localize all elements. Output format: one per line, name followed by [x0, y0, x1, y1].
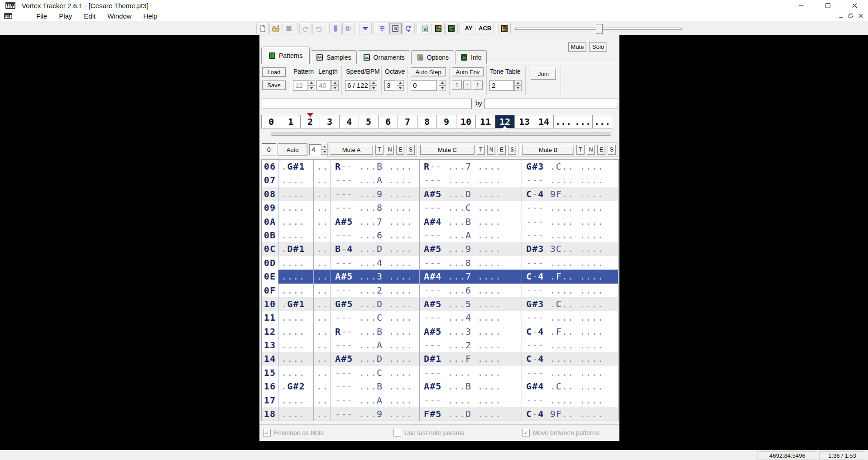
- tab-info[interactable]: In Info: [455, 50, 487, 64]
- position-cell-4[interactable]: 4: [339, 115, 359, 128]
- envelope-cell[interactable]: ....: [278, 256, 314, 270]
- pattern-row-15[interactable]: 15......--- ...C ....--- .... ....--- ..…: [262, 366, 618, 379]
- noise-cell[interactable]: ..: [314, 379, 331, 393]
- redo-button[interactable]: [312, 23, 325, 34]
- checkbox-box[interactable]: ✓: [263, 429, 271, 436]
- pattern-row-06[interactable]: 06.G#1..R-- ...B ....R-- ...7 ....G#3 .C…: [262, 160, 618, 173]
- mute-channel-b-button[interactable]: Mute B: [522, 145, 574, 155]
- channel-c-cell[interactable]: A#4 ...7 ....: [420, 270, 522, 283]
- noise-cell[interactable]: ..: [314, 338, 331, 352]
- auto-step-spinner[interactable]: [439, 80, 446, 91]
- position-cell-9[interactable]: 9: [436, 115, 456, 128]
- channel-b-cell[interactable]: --- .... ....: [522, 284, 618, 297]
- tab-options[interactable]: Options: [411, 50, 454, 64]
- pattern-row-07[interactable]: 07......--- ...A ....--- .... ....--- ..…: [262, 173, 618, 187]
- step-field[interactable]: 4: [309, 144, 322, 155]
- channel-b-cell[interactable]: --- .... ....: [522, 256, 618, 270]
- channel-c-cell[interactable]: --- ...4 ....: [420, 311, 522, 324]
- song-title-field[interactable]: [262, 99, 472, 109]
- chip-ay-button[interactable]: AY: [462, 23, 475, 34]
- position-cell-2[interactable]: 2: [300, 115, 320, 128]
- position-cell-6[interactable]: 6: [378, 115, 398, 128]
- position-cell-13[interactable]: 13: [514, 115, 534, 128]
- channel-a-cell[interactable]: A#5 ...7 ....: [331, 215, 420, 228]
- play-pattern-button[interactable]: [329, 23, 342, 34]
- channel-flag-n-button[interactable]: N: [487, 145, 495, 155]
- channel-flag-n-button[interactable]: N: [386, 145, 394, 155]
- channel-c-cell[interactable]: --- .... ....: [420, 394, 522, 407]
- envelope-cell[interactable]: ....: [278, 228, 314, 242]
- export-c4-file-button[interactable]: [445, 23, 458, 34]
- envelope-cell[interactable]: ....: [278, 407, 314, 421]
- position-cell-14[interactable]: 14: [534, 115, 554, 128]
- channel-a-cell[interactable]: --- ...9 ....: [331, 407, 420, 421]
- pattern-number-spinner[interactable]: [308, 80, 315, 91]
- channel-b-cell[interactable]: --- .... ....: [522, 311, 618, 324]
- menu-window[interactable]: Window: [101, 11, 137, 21]
- track-colors-button[interactable]: [498, 23, 511, 34]
- noise-cell[interactable]: ..: [314, 311, 331, 324]
- pattern-row-09[interactable]: 09......--- ...8 ....--- ...C ....--- ..…: [262, 201, 618, 214]
- channel-a-cell[interactable]: B-4 ...D ....: [331, 242, 420, 256]
- position-scrollbar[interactable]: [271, 133, 611, 136]
- channel-flag-e-button[interactable]: E: [498, 145, 506, 155]
- envelope-cell[interactable]: ....: [278, 173, 314, 187]
- scroll-down-button[interactable]: [359, 23, 372, 34]
- channel-a-cell[interactable]: A#5 ...D ....: [331, 352, 420, 365]
- noise-cell[interactable]: ..: [314, 215, 331, 228]
- channel-a-cell[interactable]: --- ...B ....: [331, 379, 420, 393]
- checkbox-use-last-note-params[interactable]: Use last note params: [393, 429, 464, 436]
- channel-flag-n-button[interactable]: N: [587, 145, 595, 155]
- chip-acb-button[interactable]: ACB: [476, 23, 494, 34]
- noise-cell[interactable]: ..: [314, 187, 331, 201]
- channel-c-cell[interactable]: D#1 ...F ....: [420, 352, 522, 365]
- envelope-cell[interactable]: ....: [278, 270, 314, 283]
- menu-help[interactable]: Help: [138, 11, 163, 21]
- pattern-row-13[interactable]: 13......--- ...A ....--- ...2 ....--- ..…: [262, 338, 618, 352]
- pattern-row-0B[interactable]: 0B......--- ...6 ....--- ...A ....--- ..…: [262, 228, 618, 242]
- channel-a-cell[interactable]: --- ...A ....: [331, 394, 420, 407]
- channel-c-cell[interactable]: --- .... ....: [420, 366, 522, 379]
- channel-c-cell[interactable]: A#5 ...B ....: [420, 379, 522, 393]
- tone-table-field[interactable]: 2: [489, 80, 514, 91]
- channel-c-cell[interactable]: A#4 ...B ....: [420, 215, 522, 228]
- envelope-cell[interactable]: ....: [278, 338, 314, 352]
- envelope-cell[interactable]: ....: [278, 284, 314, 297]
- channel-c-cell[interactable]: A#5 ...3 ....: [420, 325, 522, 338]
- tab-ornaments[interactable]: Ornaments: [358, 50, 410, 64]
- export-ab-file-button[interactable]: [432, 23, 445, 34]
- channel-c-cell[interactable]: A#5 ...D ....: [420, 187, 522, 201]
- channel-a-cell[interactable]: G#5 ...D ....: [331, 297, 420, 311]
- noise-cell[interactable]: ..: [314, 394, 331, 407]
- save-file-button[interactable]: [283, 23, 295, 34]
- checkbox-move-between-patterns[interactable]: ✓Move between patterns: [522, 429, 599, 436]
- new-file-button[interactable]: [256, 23, 269, 34]
- tab-patterns[interactable]: Patterns: [261, 47, 310, 64]
- pattern-row-18[interactable]: 18......--- ...9 ....F#5 ...D ....C-4 9F…: [262, 407, 618, 421]
- open-file-button[interactable]: [269, 23, 282, 34]
- channel-flag-s-button[interactable]: S: [508, 145, 516, 155]
- volume-slider[interactable]: [515, 23, 682, 34]
- position-cell-3[interactable]: 3: [320, 115, 340, 128]
- pattern-number-field[interactable]: 12: [293, 80, 307, 91]
- channel-b-cell[interactable]: --- .... ....: [522, 394, 618, 407]
- octave-field[interactable]: 3: [384, 80, 396, 91]
- play-order-button[interactable]: [376, 23, 388, 34]
- mute-channel-c-button[interactable]: Mute C: [420, 145, 475, 155]
- minimize-button[interactable]: [788, 0, 815, 11]
- channel-c-cell[interactable]: --- ...A ....: [420, 228, 522, 242]
- export-file-button[interactable]: [419, 23, 432, 34]
- channel-a-cell[interactable]: --- ...6 ....: [331, 228, 420, 242]
- envelope-cell[interactable]: .G#2: [278, 379, 314, 393]
- play-from-cursor-button[interactable]: [342, 23, 355, 34]
- channel-flag-e-button[interactable]: E: [396, 145, 404, 155]
- channel-b-cell[interactable]: --- .... ....: [522, 215, 618, 228]
- pattern-length-spinner[interactable]: [331, 80, 339, 91]
- position-cell-10[interactable]: 10: [456, 115, 476, 128]
- channel-b-cell[interactable]: G#4 .C.. ....: [522, 379, 618, 393]
- loop-pattern-button[interactable]: [389, 23, 402, 34]
- reload-button[interactable]: [402, 23, 415, 34]
- envelope-cell[interactable]: .G#1: [278, 160, 314, 173]
- save-pattern-button[interactable]: Save: [262, 81, 286, 90]
- menu-edit[interactable]: Edit: [78, 11, 101, 21]
